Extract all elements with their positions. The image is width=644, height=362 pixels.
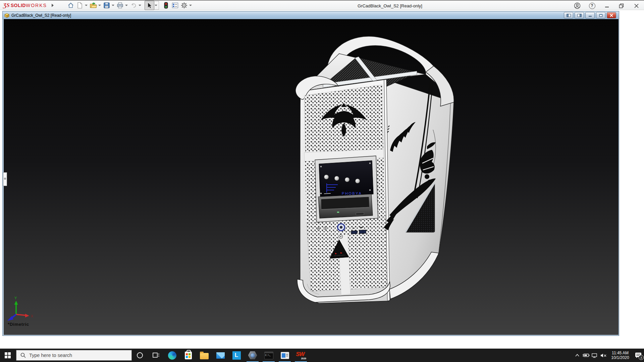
search-input[interactable] [29, 352, 117, 358]
taskbar-app-file-explorer[interactable] [196, 349, 212, 362]
open-folder-icon [90, 2, 97, 9]
undo-icon [130, 2, 137, 9]
action-center-button[interactable]: 3 [633, 349, 644, 362]
taskbar-app-media[interactable] [277, 349, 293, 362]
app-title: GrCadBlack_Owl_S2 [Read-only] [358, 1, 422, 11]
taskbar-app-mail[interactable] [212, 349, 228, 362]
file-explorer-icon [200, 353, 209, 359]
home-button[interactable] [66, 1, 75, 10]
view-orientation-label: *Dimetric [8, 322, 29, 327]
dvd-drive[interactable] [318, 194, 373, 218]
print-dropdown[interactable] [125, 5, 128, 6]
battery-icon [582, 353, 590, 358]
front-bay-panel[interactable]: PHOBYA [315, 156, 378, 222]
help-icon: ? [589, 3, 595, 9]
solidworks-icon: SW 2020 [296, 351, 306, 360]
restore-icon [599, 14, 603, 17]
rebuild-traffic-light-icon [164, 2, 168, 9]
split-pane-right-button[interactable] [575, 12, 584, 18]
usb-port[interactable] [359, 230, 366, 234]
rebuild-button[interactable] [162, 1, 171, 10]
taskbar-app-hexagon[interactable] [245, 349, 261, 362]
document-title: GrCadBlack_Owl_S2 [Read-only] [11, 13, 71, 18]
account-button[interactable] [574, 2, 581, 9]
undo-dropdown[interactable] [139, 5, 141, 6]
options-gear-icon [181, 2, 187, 9]
file-properties-button[interactable] [171, 1, 180, 10]
hexagon-app-icon [248, 351, 257, 359]
close-icon [634, 3, 639, 8]
new-document-button[interactable] [75, 1, 85, 10]
part-document-window: GrCadBlack_Owl_S2 [Read-only] [2, 11, 619, 336]
mail-icon [216, 352, 225, 359]
doc-minimize-button[interactable] [585, 12, 595, 18]
logo-works: WORKS [26, 3, 47, 8]
taskbar-clock[interactable]: 11:45 AM 10/1/2020 [610, 351, 631, 360]
undo-button[interactable] [129, 1, 138, 10]
tray-battery-button[interactable] [582, 349, 590, 362]
taskbar-search[interactable] [16, 350, 132, 361]
help-button[interactable]: ? [588, 2, 596, 9]
app-window-controls: ? [574, 1, 644, 11]
taskbar-app-terminal[interactable]: C:\_ [261, 349, 277, 362]
select-tool-dropdown[interactable] [154, 1, 159, 10]
tray-volume-button[interactable] [599, 349, 608, 362]
split-pane-right-icon [577, 14, 582, 17]
new-document-dropdown[interactable] [85, 5, 88, 6]
chevron-up-icon [575, 354, 580, 357]
graphics-viewport[interactable]: PHOBYA [4, 19, 619, 335]
restore-button[interactable] [618, 2, 625, 9]
properties-list-icon [172, 2, 178, 8]
clock-date: 10/1/2020 [610, 355, 631, 360]
account-icon [574, 2, 581, 9]
l-app-icon: L [232, 351, 241, 360]
taskbar-app-store[interactable] [180, 349, 196, 362]
home-icon [67, 2, 74, 9]
doc-close-button[interactable] [607, 12, 616, 18]
open-dropdown[interactable] [98, 5, 101, 6]
usb-port[interactable] [351, 231, 357, 234]
cortana-button[interactable] [132, 349, 148, 362]
tray-network-button[interactable] [590, 349, 599, 362]
flyout-tab-dot [4, 178, 6, 180]
save-button[interactable] [102, 1, 111, 10]
store-icon [185, 352, 192, 359]
triad-y-label: Y [14, 296, 17, 300]
open-button[interactable] [89, 1, 98, 10]
taskbar-app-edge[interactable] [164, 349, 180, 362]
split-pane-left-button[interactable] [564, 12, 573, 18]
search-icon [20, 353, 26, 358]
split-pane-left-icon [567, 14, 571, 17]
minimize-icon [605, 7, 609, 7]
desktop: { "app": { "brand": {"glyph": "ƷS", "bol… [0, 0, 644, 362]
featuremanager-flyout-tab[interactable] [3, 172, 7, 186]
document-titlebar[interactable]: GrCadBlack_Owl_S2 [Read-only] [3, 11, 619, 19]
dvd-eject-button[interactable] [356, 213, 364, 215]
app-titlebar: ƷS SOLID WORKS [0, 0, 644, 10]
task-view-button[interactable] [148, 349, 164, 362]
start-button[interactable] [0, 349, 15, 362]
close-button[interactable] [633, 2, 640, 9]
minimize-button[interactable] [603, 2, 610, 9]
minimize-icon [588, 14, 592, 17]
media-app-icon [281, 352, 289, 359]
taskbar-app-l[interactable]: L [228, 349, 245, 362]
options-button[interactable] [180, 1, 189, 10]
orientation-triad[interactable]: Y X [7, 296, 33, 321]
task-view-icon [152, 352, 160, 359]
taskbar-app-solidworks[interactable]: SW 2020 [293, 349, 309, 362]
new-document-icon [77, 2, 83, 9]
save-dropdown[interactable] [112, 5, 114, 6]
network-icon [591, 353, 598, 358]
3d-model-canvas[interactable]: PHOBYA [4, 19, 619, 335]
select-arrow-icon [146, 2, 152, 9]
system-tray: 11:45 AM 10/1/2020 3 [573, 349, 644, 362]
tray-chevron-button[interactable] [573, 349, 582, 362]
select-tool-button[interactable] [145, 1, 154, 10]
print-button[interactable] [116, 1, 125, 10]
doc-restore-button[interactable] [596, 12, 605, 18]
options-dropdown[interactable] [189, 5, 192, 6]
pc-case-model[interactable]: PHOBYA [296, 36, 454, 303]
logo-solid: SOLID [11, 3, 26, 8]
menu-expander-arrow[interactable] [52, 4, 54, 7]
